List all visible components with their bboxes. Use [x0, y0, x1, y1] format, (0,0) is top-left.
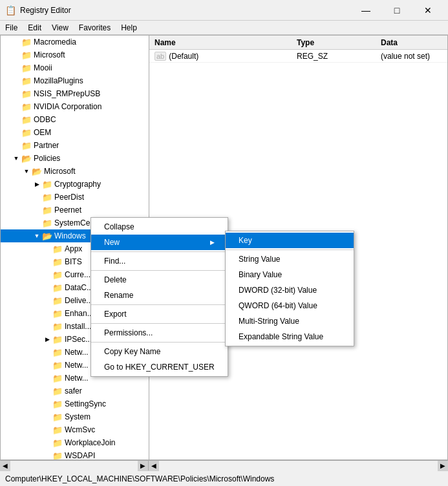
folder-icon: 📁 — [21, 128, 32, 138]
close-button[interactable]: ✕ — [413, 3, 443, 18]
ctx-find[interactable]: Find... — [91, 253, 228, 269]
folder-icon: 📁 — [52, 270, 63, 280]
folder-icon: 📁 — [42, 193, 52, 202]
tree-label: Netw... — [65, 361, 89, 370]
submenu-key[interactable]: Key — [226, 233, 354, 248]
expand-icon — [11, 101, 21, 112]
folder-icon: 📁 — [52, 309, 63, 319]
tree-item-ms-policies[interactable]: ▼ 📂 Microsoft — [1, 165, 149, 178]
tree-label: ODBC — [34, 115, 56, 124]
tree-label: Peernet — [54, 206, 81, 215]
left-scrollbar[interactable]: ◀ ▶ — [0, 461, 149, 470]
tree-label: WSDAPI — [65, 451, 95, 460]
ctx-permissions[interactable]: Permissions... — [91, 325, 228, 341]
minimize-button[interactable]: — — [351, 3, 381, 18]
tree-item-settingsync[interactable]: 📁 SettingSync — [1, 397, 149, 410]
tree-item-cryptography[interactable]: ▶ 📁 Cryptography — [1, 178, 149, 191]
tree-item-macromedia[interactable]: 📁 Macromedia — [1, 36, 149, 48]
ctx-export[interactable]: Export — [91, 306, 228, 322]
scroll-right-btn[interactable]: ▶ — [138, 461, 148, 471]
menu-file[interactable]: File — [0, 22, 23, 34]
title-bar: 📋 Registry Editor — □ ✕ — [0, 0, 448, 21]
right-scrollbar[interactable]: ◀ ▶ — [149, 461, 448, 470]
tree-label: WorkplaceJoin — [65, 438, 115, 447]
folder-icon: 📁 — [52, 257, 63, 267]
ctx-collapse[interactable]: Collapse — [91, 219, 228, 235]
app-icon: 📋 — [5, 5, 16, 16]
ctx-sep3 — [91, 304, 228, 305]
submenu-qword[interactable]: QWORD (64-bit) Value — [226, 298, 354, 313]
window-title: Registry Editor — [20, 6, 71, 15]
expand-icon: ▶ — [42, 334, 52, 344]
folder-icon: 📁 — [21, 115, 32, 125]
ctx-new[interactable]: New — [91, 235, 228, 250]
tree-label: SettingSync — [65, 399, 106, 408]
tree-label: BITS — [65, 257, 82, 266]
scroll-left-btn2[interactable]: ◀ — [149, 461, 159, 471]
submenu-dword[interactable]: DWORD (32-bit) Value — [226, 282, 354, 298]
menu-view[interactable]: View — [47, 22, 74, 34]
ctx-delete[interactable]: Delete — [91, 272, 228, 288]
submenu-multistring[interactable]: Multi-String Value — [226, 313, 354, 329]
scroll-left-btn[interactable]: ◀ — [0, 461, 10, 471]
tree-item-peerdist[interactable]: 📁 PeerDist — [1, 191, 149, 204]
folder-icon: 📁 — [52, 283, 63, 293]
scroll-right-btn2[interactable]: ▶ — [438, 461, 448, 471]
expand-icon — [42, 360, 52, 370]
table-row[interactable]: ab (Default) REG_SZ (value not set) — [149, 50, 447, 63]
tree-item-mooii[interactable]: 📁 Mooii — [1, 61, 149, 74]
folder-icon: 📁 — [42, 180, 52, 189]
expand-icon: ▼ — [21, 166, 32, 176]
ctx-rename[interactable]: Rename — [91, 288, 228, 303]
tree-item-workplacejoin[interactable]: 📁 WorkplaceJoin — [1, 436, 149, 449]
expand-icon — [11, 50, 21, 60]
menu-bar: File Edit View Favorites Help — [0, 21, 448, 35]
tree-item-oem[interactable]: 📁 OEM — [1, 126, 149, 139]
tree-label: IPSec... — [65, 335, 92, 344]
submenu-expandable[interactable]: Expandable String Value — [226, 329, 354, 344]
folder-icon: 📂 — [21, 154, 32, 164]
tree-item-policies[interactable]: ▼ 📂 Policies — [1, 152, 149, 165]
tree-item-mozillaplugins[interactable]: 📁 MozillaPlugins — [1, 74, 149, 87]
menu-favorites[interactable]: Favorites — [74, 22, 116, 34]
expand-icon — [42, 308, 52, 319]
tree-item-partner[interactable]: 📁 Partner — [1, 139, 149, 152]
folder-icon: 📁 — [21, 141, 32, 151]
tree-label: System — [65, 412, 91, 421]
ctx-copykeyname[interactable]: Copy Key Name — [91, 344, 228, 359]
tree-item-safer[interactable]: 📁 safer — [1, 385, 149, 397]
tree-label: NVIDIA Corporation — [34, 102, 101, 111]
menu-help[interactable]: Help — [116, 22, 142, 34]
tree-item-nvidia[interactable]: 📁 NVIDIA Corporation — [1, 100, 149, 113]
submenu-sep1 — [226, 249, 354, 250]
status-text: Computer\HKEY_LOCAL_MACHINE\SOFTWARE\Pol… — [5, 474, 274, 483]
col-header-type: Type — [292, 37, 376, 48]
right-pane-header: Name Type Data — [149, 36, 447, 50]
expand-icon — [42, 347, 52, 357]
tree-item-system[interactable]: 📁 System — [1, 410, 149, 423]
maximize-button[interactable]: □ — [382, 3, 412, 18]
folder-icon: 📁 — [52, 451, 63, 460]
tree-item-peernet[interactable]: 📁 Peernet — [1, 204, 149, 217]
folder-icon: 📁 — [52, 412, 63, 422]
expand-icon — [32, 192, 42, 202]
tree-item-wcmsvc[interactable]: 📁 WcmSvc — [1, 423, 149, 436]
tree-label: Cryptography — [54, 180, 101, 189]
expand-icon — [32, 205, 42, 215]
tree-label: safer — [65, 386, 82, 396]
expand-icon — [42, 269, 52, 280]
tree-item-microsoft[interactable]: 📁 Microsoft — [1, 48, 149, 61]
ctx-sep4 — [91, 323, 228, 324]
tree-label: Mooii — [34, 63, 52, 72]
tree-item-odbc[interactable]: 📁 ODBC — [1, 113, 149, 126]
ctx-gotohkcu[interactable]: Go to HKEY_CURRENT_USER — [91, 359, 228, 375]
tree-label: Macromedia — [34, 37, 76, 47]
menu-edit[interactable]: Edit — [23, 22, 47, 34]
submenu-stringvalue[interactable]: String Value — [226, 251, 354, 267]
cell-data: (value not set) — [376, 51, 447, 61]
tree-item-wsdapi[interactable]: 📁 WSDAPI — [1, 449, 149, 460]
tree-label: Install... — [65, 322, 91, 331]
submenu-binaryvalue[interactable]: Binary Value — [226, 267, 354, 282]
tree-item-nsis[interactable]: 📁 NSIS_RMPrepUSB — [1, 87, 149, 100]
expand-icon — [42, 425, 52, 435]
